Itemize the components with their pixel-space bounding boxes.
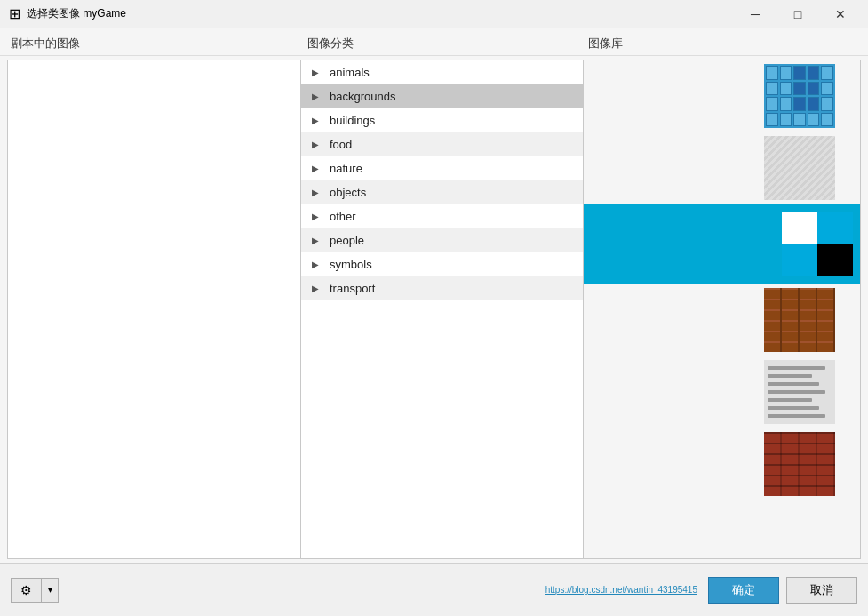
grid-cell bbox=[821, 66, 833, 80]
category-label: people bbox=[330, 234, 364, 247]
library-item[interactable] bbox=[584, 60, 860, 132]
category-item-objects[interactable]: ▶objects bbox=[301, 180, 583, 204]
window-title: 选择类图像 myGame bbox=[27, 6, 735, 21]
expand-arrow-icon: ▶ bbox=[312, 68, 323, 78]
library-item[interactable] bbox=[584, 284, 860, 356]
grid-cell bbox=[780, 66, 792, 80]
thumbnail bbox=[764, 432, 835, 496]
close-button[interactable]: ✕ bbox=[820, 0, 861, 28]
category-item-transport[interactable]: ▶transport bbox=[301, 276, 583, 300]
grid-cell bbox=[766, 82, 778, 96]
settings-button[interactable]: ⚙ bbox=[11, 578, 41, 603]
grid-cell bbox=[821, 82, 833, 96]
cancel-button[interactable]: 取消 bbox=[786, 577, 857, 604]
library-items-container bbox=[584, 60, 860, 558]
category-label: other bbox=[330, 210, 356, 223]
category-item-nature[interactable]: ▶nature bbox=[301, 156, 583, 180]
expand-arrow-icon: ▶ bbox=[312, 188, 323, 198]
grid-cell bbox=[821, 97, 833, 111]
grid-cell bbox=[808, 97, 820, 111]
header-script-images: 剧本中的图像 bbox=[0, 36, 293, 52]
category-label: transport bbox=[330, 282, 375, 295]
grid-cell bbox=[766, 97, 778, 111]
library-panel bbox=[583, 60, 861, 559]
thumbnail bbox=[764, 288, 835, 352]
content-area: ▶animals▶backgrounds▶buildings▶food▶natu… bbox=[0, 56, 868, 563]
gear-icon: ⚙ bbox=[20, 583, 32, 597]
library-item[interactable] bbox=[584, 428, 860, 500]
window-body: 剧本中的图像 图像分类 图像库 ▶animals▶backgrounds▶bui… bbox=[0, 28, 868, 616]
grid-cell bbox=[808, 113, 820, 127]
category-item-people[interactable]: ▶people bbox=[301, 228, 583, 252]
thumbnail bbox=[764, 360, 835, 424]
grid-cell bbox=[808, 82, 820, 96]
expand-arrow-icon: ▶ bbox=[312, 164, 323, 174]
window-controls: ─ □ ✕ bbox=[735, 0, 861, 28]
settings-group: ⚙ ▾ bbox=[11, 578, 59, 603]
category-item-buildings[interactable]: ▶buildings bbox=[301, 108, 583, 132]
titlebar: ⊞ 选择类图像 myGame ─ □ ✕ bbox=[0, 0, 868, 28]
grid-cell bbox=[780, 82, 792, 96]
expand-arrow-icon: ▶ bbox=[312, 212, 323, 222]
category-item-symbols[interactable]: ▶symbols bbox=[301, 252, 583, 276]
maximize-button[interactable]: □ bbox=[777, 0, 818, 28]
thumbnail bbox=[782, 212, 853, 276]
expand-arrow-icon: ▶ bbox=[312, 92, 323, 102]
library-item[interactable] bbox=[584, 356, 860, 428]
settings-dropdown-button[interactable]: ▾ bbox=[41, 578, 59, 603]
category-label: nature bbox=[330, 162, 362, 175]
library-item[interactable] bbox=[584, 132, 860, 204]
action-buttons: 确定 取消 bbox=[708, 577, 857, 604]
expand-arrow-icon: ▶ bbox=[312, 236, 323, 246]
category-label: buildings bbox=[330, 114, 375, 127]
chevron-down-icon: ▾ bbox=[48, 585, 52, 595]
category-item-food[interactable]: ▶food bbox=[301, 132, 583, 156]
confirm-button[interactable]: 确定 bbox=[708, 577, 779, 604]
expand-arrow-icon: ▶ bbox=[312, 260, 323, 270]
script-images-panel bbox=[7, 60, 300, 559]
category-panel: ▶animals▶backgrounds▶buildings▶food▶natu… bbox=[300, 60, 583, 559]
category-label: animals bbox=[330, 66, 370, 79]
category-item-animals[interactable]: ▶animals bbox=[301, 60, 583, 84]
thumbnail bbox=[764, 64, 835, 128]
grid-cell bbox=[780, 97, 792, 111]
grid-cell bbox=[766, 66, 778, 80]
grid-cell bbox=[808, 66, 820, 80]
header-library: 图像库 bbox=[577, 36, 868, 52]
grid-cell bbox=[793, 82, 806, 96]
library-item[interactable] bbox=[584, 204, 860, 284]
expand-arrow-icon: ▶ bbox=[312, 116, 323, 126]
grid-cell bbox=[793, 97, 806, 111]
expand-arrow-icon: ▶ bbox=[312, 284, 323, 294]
bottom-bar: ⚙ ▾ https://blog.csdn.net/wantin_4319541… bbox=[0, 563, 868, 616]
grid-cell bbox=[793, 113, 806, 127]
grid-cell bbox=[821, 113, 833, 127]
grid-cell bbox=[780, 113, 792, 127]
watermark-link[interactable]: https://blog.csdn.net/wantin_43195415 bbox=[545, 585, 697, 595]
category-label: objects bbox=[330, 186, 366, 199]
category-label: food bbox=[330, 138, 352, 151]
column-headers: 剧本中的图像 图像分类 图像库 bbox=[0, 28, 868, 56]
grid-cell bbox=[766, 113, 778, 127]
app-icon: ⊞ bbox=[7, 7, 21, 21]
category-label: symbols bbox=[330, 258, 372, 271]
category-item-backgrounds[interactable]: ▶backgrounds bbox=[301, 84, 583, 108]
category-label: backgrounds bbox=[330, 90, 395, 103]
grid-cell bbox=[793, 66, 806, 80]
category-item-other[interactable]: ▶other bbox=[301, 204, 583, 228]
header-category: 图像分类 bbox=[293, 36, 577, 52]
expand-arrow-icon: ▶ bbox=[312, 140, 323, 150]
thumbnail bbox=[764, 136, 835, 200]
minimize-button[interactable]: ─ bbox=[735, 0, 776, 28]
